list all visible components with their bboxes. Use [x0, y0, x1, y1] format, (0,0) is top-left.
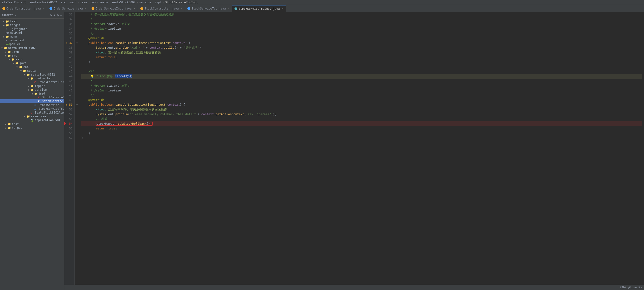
tree-item-gitignore[interactable]: ⚬ .gitignore: [0, 27, 64, 31]
tree-item-test2[interactable]: ▶ 📁 test: [0, 122, 64, 126]
tree-item-target2[interactable]: ▶ 📁 target: [0, 126, 64, 130]
tree-label: mvnw.cmd: [10, 39, 64, 42]
sync-icon[interactable]: ⇅: [53, 13, 55, 17]
tree-item-src[interactable]: ▼ 📁 src: [0, 54, 64, 57]
breadcrumb-item[interactable]: com: [90, 1, 96, 4]
tree-item-mvnw[interactable]: ▶ 📁 mvnw: [0, 35, 64, 38]
code-line-48: */: [81, 93, 642, 98]
tab-close[interactable]: ×: [228, 7, 230, 10]
tree-item-seata[interactable]: ▼ 📁 seata: [0, 69, 64, 73]
tree-item-mvn[interactable]: ▶ 📁 .mvn: [0, 50, 64, 54]
code-line-38: System.out.println("xid = " + context.ge…: [81, 45, 642, 50]
tree-item-stockserviceimpl[interactable]: C StockServiceImpl: [0, 95, 64, 99]
tab-close[interactable]: ×: [85, 7, 86, 10]
breadcrumb-item[interactable]: seataStock8002: [112, 1, 136, 4]
breadcrumb-item[interactable]: seata-stock-8002: [30, 1, 57, 4]
tab-orderserviceimpl[interactable]: OrderServiceImpl.java ×: [89, 5, 138, 12]
line-num: 39: [66, 50, 72, 55]
tab-stockcontroller[interactable]: StockController.java ×: [138, 5, 185, 12]
tree-label: StockServiceImpl: [42, 96, 64, 99]
tree-arrow: ▶: [4, 127, 8, 129]
tree-item-helpmd[interactable]: MD HELP.md: [0, 31, 64, 35]
code-line-46: * @param context 上下文: [81, 83, 642, 88]
fold-icon[interactable]: ▼: [76, 104, 78, 106]
tree-item-seataapp[interactable]: C SeataStock8002Application: [0, 111, 64, 114]
folder-icon: 📁: [30, 77, 35, 80]
java-c-icon: C: [38, 100, 42, 103]
tree-item-seatastock[interactable]: ▼ 📁 seataStock8002: [0, 73, 64, 76]
tree-item-seata-root[interactable]: ▼ 📁 seata-stock-8002: [0, 46, 64, 50]
breadcrumb-item[interactable]: seata: [99, 1, 108, 4]
tree-label: mapper: [35, 84, 64, 88]
line-num: 57: [66, 136, 72, 140]
tab-icon-blue: [188, 7, 190, 10]
tree-item-mapper[interactable]: ▶ 📁 mapper: [0, 84, 64, 88]
tree-item-stockservicetcc[interactable]: I StockServiceTcc: [0, 107, 64, 111]
tree-item-stockservice[interactable]: I StockService: [0, 103, 64, 107]
folder-icon: 📁: [6, 20, 10, 23]
line-num: 35: [66, 31, 72, 36]
code-line-41: }: [81, 60, 642, 64]
tree-item-test[interactable]: ▶ 📁 test: [0, 19, 64, 23]
folder-icon: 📁: [4, 46, 8, 50]
fold-icon[interactable]: ▼: [76, 42, 78, 44]
line-num: 46: [66, 83, 72, 88]
tab-stockservicetccimpl[interactable]: StockServiceTccImpl.java ×: [232, 5, 286, 12]
tree-item-stockservicetccimpl[interactable]: C StockServiceTccImpl: [0, 99, 64, 103]
code-line-39: //todo 若一阶段资源预留，这里则要提交资源: [81, 50, 642, 55]
tree-label: test: [10, 20, 64, 23]
folder-icon: 📁: [19, 65, 23, 69]
tab-orderservice[interactable]: OrderService.java ×: [47, 5, 89, 12]
tree-item-resources[interactable]: ▶ 📁 resources: [0, 114, 64, 118]
tree-item-java[interactable]: ▼ 📁 java: [0, 61, 64, 65]
tree-item-controller[interactable]: ▶ 📁 controller: [0, 76, 64, 80]
tree-label: StockService: [38, 103, 64, 107]
tab-close[interactable]: ×: [181, 7, 182, 10]
add-icon[interactable]: ⊕: [50, 13, 52, 17]
breadcrumb-item[interactable]: java: [80, 1, 87, 4]
md-icon: MD: [6, 31, 10, 34]
tree-item-com[interactable]: ▼ 📁 com: [0, 65, 64, 69]
code-line-31: * 若一阶段采用资源预留，在二阶段确认时要提交预留的资源: [81, 12, 642, 17]
tree-item-service[interactable]: ▼ 📁 service: [0, 88, 64, 92]
folder-icon: 📁: [30, 85, 35, 88]
collapse-icon[interactable]: −: [60, 13, 62, 17]
tree-arrow: ▼: [8, 58, 12, 61]
tab-icon-orange: [140, 7, 143, 10]
breadcrumb-item[interactable]: ataTestProject: [2, 1, 26, 4]
code-view[interactable]: 31 32 33 34 35 36 ⚠37 38 39 40 41 42 43 …: [64, 12, 644, 285]
tab-ordercontroller[interactable]: OrderController.java ×: [0, 5, 47, 12]
tree-item-target[interactable]: ▶ 📁 target: [0, 23, 64, 27]
tree-item-stockcontroller-file[interactable]: C StockController: [0, 80, 64, 84]
tab-icon-orange: [2, 7, 5, 10]
tab-stockservicetcc[interactable]: StockServiceTcc.java ×: [185, 5, 232, 12]
file-icon: ⚬: [6, 27, 10, 31]
breadcrumb-item[interactable]: service: [139, 1, 151, 4]
breadcrumb-item[interactable]: impl: [155, 1, 162, 4]
line-num: 52: [66, 112, 72, 117]
tree-label: target: [12, 126, 64, 129]
tree-item-pomxml[interactable]: xml pom.xml: [0, 42, 64, 46]
code-line-43: /**: [81, 69, 642, 74]
tree-item-impl[interactable]: ▼ 📁 impl: [0, 92, 64, 95]
code-content[interactable]: * 若一阶段采用资源预留，在二阶段确认时要提交预留的资源 * * @param …: [80, 12, 644, 285]
tab-icon-teal: [234, 7, 237, 10]
tree-label: controller: [35, 77, 64, 80]
breadcrumb-item[interactable]: src: [61, 1, 66, 4]
code-line-50: public boolean cancel(BusinessActionCont…: [81, 102, 642, 107]
tree-item-main[interactable]: ▼ 📁 main: [0, 57, 64, 61]
tab-label: StockServiceTccImpl.java: [238, 7, 280, 10]
folder-icon: 📁: [6, 24, 10, 27]
tree-label: service: [35, 88, 64, 91]
breadcrumb-item[interactable]: main: [70, 1, 76, 4]
tab-close[interactable]: ×: [134, 7, 135, 10]
tab-close[interactable]: ×: [282, 7, 284, 10]
code-line-57: }: [81, 136, 642, 140]
tree-arrow: ▶: [2, 35, 6, 38]
tab-close[interactable]: ×: [43, 7, 45, 10]
settings-icon[interactable]: ⚙: [56, 13, 58, 17]
tree-label: impl: [38, 92, 64, 95]
tree-item-appyml[interactable]: 🍃 application.yml: [0, 118, 64, 122]
line-num: 44: [66, 74, 72, 79]
tree-item-mvnwcmd[interactable]: ⚬ mvnw.cmd: [0, 38, 64, 42]
